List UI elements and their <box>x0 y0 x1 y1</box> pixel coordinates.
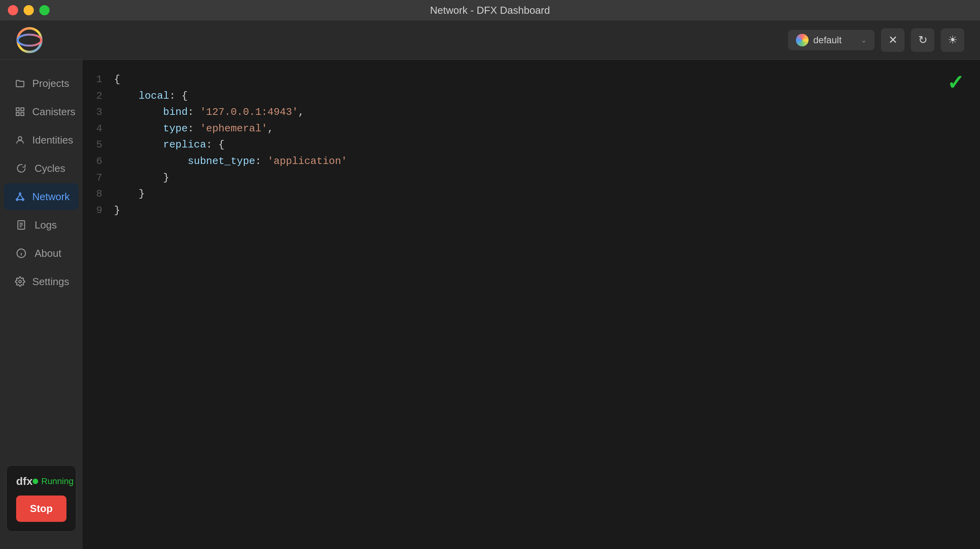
running-badge: Running <box>33 476 74 486</box>
sidebar-item-label: Projects <box>32 77 69 90</box>
svg-rect-2 <box>21 108 24 111</box>
sidebar-item-canisters[interactable]: Canisters <box>4 98 79 125</box>
svg-rect-4 <box>21 112 24 116</box>
titlebar: Network - DFX Dashboard <box>0 0 980 20</box>
theme-icon: ☀ <box>948 33 958 46</box>
line-num: 6 <box>94 153 102 170</box>
code-line-8: } <box>114 186 968 203</box>
doc-icon <box>15 219 28 231</box>
status-card: dfx Running Stop <box>6 465 76 532</box>
info-icon <box>15 247 28 260</box>
minimize-button[interactable] <box>24 5 34 15</box>
line-num: 5 <box>94 137 102 153</box>
sidebar-item-cycles[interactable]: Cycles <box>4 155 79 182</box>
sidebar: Projects Canisters Identities Cycles <box>0 60 83 549</box>
svg-line-10 <box>20 195 23 199</box>
person-icon <box>15 134 25 146</box>
sidebar-item-logs[interactable]: Logs <box>4 212 79 238</box>
code-editor: 1 2 3 4 5 6 7 8 9 { local: { bind: '127.… <box>83 60 980 549</box>
code-line-2: local: { <box>114 88 968 105</box>
sidebar-status: dfx Running Stop <box>0 457 83 540</box>
close-icon: ✕ <box>888 33 897 46</box>
line-num: 8 <box>94 186 102 203</box>
line-num: 3 <box>94 104 102 121</box>
sidebar-item-projects[interactable]: Projects <box>4 70 79 97</box>
sidebar-item-label: About <box>35 247 61 260</box>
traffic-lights <box>8 5 50 15</box>
folder-icon <box>15 77 25 90</box>
line-num: 9 <box>94 203 102 219</box>
dfx-label: dfx <box>16 475 33 488</box>
stop-button[interactable]: Stop <box>16 496 66 522</box>
code-line-1: { <box>114 72 968 88</box>
refresh-button[interactable]: ↻ <box>911 28 934 52</box>
svg-line-9 <box>17 195 20 199</box>
code-lines: { local: { bind: '127.0.0.1:4943', type:… <box>114 72 968 537</box>
sidebar-item-label: Logs <box>35 219 57 231</box>
line-numbers: 1 2 3 4 5 6 7 8 9 <box>94 72 114 537</box>
sidebar-item-label: Cycles <box>35 162 65 175</box>
svg-point-19 <box>19 280 22 283</box>
sidebar-item-label: Settings <box>32 276 69 288</box>
content-area: Projects Canisters Identities Cycles <box>0 60 980 549</box>
theme-button[interactable]: ☀ <box>941 28 964 52</box>
maximize-button[interactable] <box>39 5 50 15</box>
svg-point-5 <box>18 136 22 140</box>
sidebar-item-identities[interactable]: Identities <box>4 127 79 153</box>
svg-rect-1 <box>16 108 19 111</box>
sidebar-item-settings[interactable]: Settings <box>4 268 79 295</box>
refresh-icon: ↻ <box>918 33 927 46</box>
grid-icon <box>15 105 25 118</box>
sidebar-item-network[interactable]: Network <box>4 183 79 210</box>
main-content: 1 2 3 4 5 6 7 8 9 { local: { bind: '127.… <box>83 60 980 549</box>
window-title: Network - DFX Dashboard <box>430 4 550 17</box>
close-button[interactable]: ✕ <box>881 28 904 52</box>
line-num: 2 <box>94 88 102 105</box>
header-controls: default ⌄ ✕ ↻ ☀ <box>788 28 964 52</box>
check-icon: ✓ <box>947 71 964 94</box>
line-num: 1 <box>94 72 102 88</box>
code-line-5: replica: { <box>114 137 968 153</box>
sidebar-item-label: Network <box>32 191 70 203</box>
svg-point-0 <box>18 35 41 46</box>
code-line-9: } <box>114 203 968 219</box>
main-layout: default ⌄ ✕ ↻ ☀ Projects <box>0 20 980 549</box>
network-name-label: default <box>813 35 856 46</box>
running-dot-icon <box>33 479 38 484</box>
network-selector[interactable]: default ⌄ <box>788 30 875 50</box>
code-line-7: } <box>114 170 968 186</box>
running-text: Running <box>41 476 74 486</box>
network-icon <box>15 190 25 203</box>
svg-point-6 <box>19 193 21 194</box>
chevron-down-icon: ⌄ <box>861 36 867 44</box>
gear-icon <box>15 275 25 288</box>
code-line-6: subnet_type: 'application' <box>114 153 968 170</box>
svg-rect-3 <box>16 112 19 116</box>
sidebar-item-about[interactable]: About <box>4 240 79 267</box>
sidebar-item-label: Identities <box>32 134 73 146</box>
code-line-4: type: 'ephemeral', <box>114 121 968 137</box>
code-line-3: bind: '127.0.0.1:4943', <box>114 104 968 121</box>
status-header: dfx Running <box>16 475 66 488</box>
network-color-icon <box>796 34 809 46</box>
close-button[interactable] <box>8 5 18 15</box>
sidebar-item-label: Canisters <box>32 106 76 118</box>
app-logo <box>16 26 43 54</box>
line-num: 7 <box>94 170 102 186</box>
line-num: 4 <box>94 121 102 137</box>
recycle-icon <box>15 162 28 175</box>
header: default ⌄ ✕ ↻ ☀ <box>0 20 980 60</box>
